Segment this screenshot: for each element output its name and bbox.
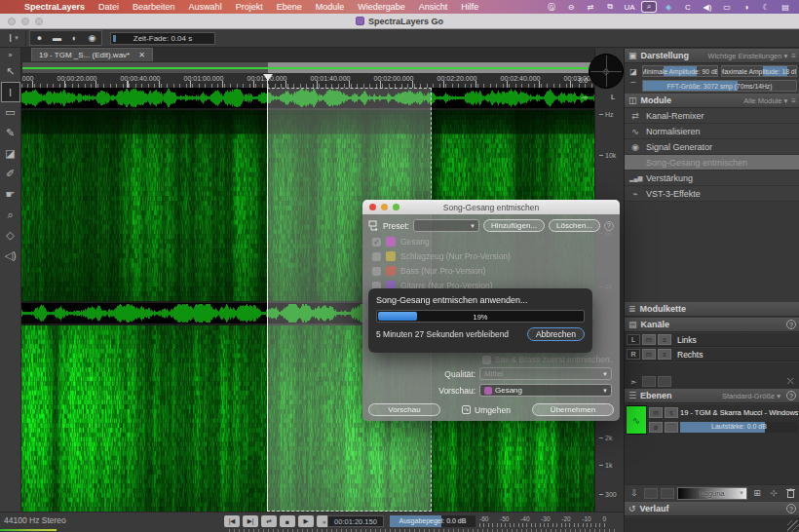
layer-item[interactable]: ∿ m s 19 - TGM & Skarra Mucci - Windows … [626, 405, 798, 435]
module-filter-dropdown[interactable]: Alle Module ▾ [743, 96, 787, 105]
selection-mode-intersect[interactable]: ◉ [84, 32, 100, 44]
max-amplitude-field[interactable]: Maximale Amplitude: 18 dB [721, 65, 797, 77]
rectangle-selection-tool[interactable]: ▭ [1, 102, 20, 123]
module-normalisieren[interactable]: ∿ Normalisieren [625, 124, 799, 139]
module-song-gesang-entmischen[interactable]: Song-Gesang entmischen [625, 155, 799, 171]
g-circle-icon[interactable]: Ⓖ [544, 1, 559, 13]
document-tab[interactable]: 19 - TGM _S... (Edit).wav* ✕ [31, 48, 153, 61]
new-layer-icon[interactable]: ⊹ [767, 487, 780, 500]
hand-tool[interactable]: ☛ [1, 184, 20, 205]
zoom-dialog-button[interactable] [393, 204, 400, 210]
play-button[interactable]: ▶ [298, 515, 314, 527]
display-icon[interactable]: ▭ [719, 1, 735, 13]
go-start-button[interactable]: |◀ [224, 515, 240, 527]
channel-row-right[interactable]: R m s Rechts [625, 348, 799, 361]
display-settings-preset[interactable]: Wichtige Einstellungen ▾ [708, 52, 788, 60]
current-tool-selector[interactable]: I ▼ [3, 31, 26, 46]
menu-projekt[interactable]: Projekt [229, 2, 270, 12]
menu-datei[interactable]: Datei [92, 2, 126, 12]
help-icon[interactable]: ? [786, 391, 796, 400]
help-icon[interactable]: ? [786, 504, 796, 513]
cancel-button[interactable]: Abbrechen [527, 327, 585, 341]
new-group-icon[interactable]: ⊞ [750, 487, 764, 500]
resize-grip[interactable] [787, 520, 799, 532]
3d-navigation-orb[interactable]: ◇ [589, 54, 624, 89]
sax-brass-checkbox[interactable] [482, 356, 491, 364]
panel-header-module[interactable]: ◫ Module Alle Module ▾ ≡ [625, 94, 799, 108]
menu-ansicht[interactable]: Ansicht [412, 2, 455, 12]
stem-checkbox[interactable] [372, 267, 381, 276]
preview-button[interactable]: Vorschau [368, 403, 440, 416]
ua-keyboard-icon[interactable]: UA [622, 1, 637, 13]
menu-auswahl[interactable]: Auswahl [182, 2, 229, 12]
playhead-time-display[interactable]: 00:01:20.150 [327, 515, 384, 527]
cube-3d-tool[interactable]: ◇ [1, 225, 20, 246]
toggle-icon[interactable]: ◑ [739, 1, 754, 13]
layer-mute-master[interactable] [644, 488, 658, 499]
solo-button[interactable]: s [658, 349, 671, 360]
module-verstaerkung[interactable]: ▂▄▆ Verstärkung [625, 171, 799, 186]
mute-button[interactable]: m [642, 334, 656, 345]
menu-wiedergabe[interactable]: Wiedergabe [351, 2, 412, 12]
stem-row-bass[interactable]: Bass (Nur Pro-Version) [372, 266, 485, 276]
colormap-dropdown[interactable]: Laguna ▼ [677, 487, 747, 500]
stem-row-schlagzeug[interactable]: Schlagzeug (Nur Pro-Version) [372, 251, 511, 261]
panel-header-ebenen[interactable]: ☰ Ebenen Standard-Größe ▾ ? [625, 389, 799, 403]
channel-l-button[interactable]: L [627, 334, 640, 345]
module-signal-generator[interactable]: ◉ Signal Generator [625, 139, 799, 155]
loop-button[interactable]: ⇄ [261, 515, 277, 527]
layer-volume-slider[interactable]: Lautstärke: 0.0 dB [680, 422, 798, 433]
panel-header-verlauf[interactable]: ↺ Verlauf ? [625, 502, 799, 516]
flatten-layers-icon[interactable]: ⇩ [628, 487, 641, 500]
tools-overflow-icon[interactable]: » [9, 48, 13, 61]
selection-mode-replace[interactable]: ● [31, 32, 48, 44]
diamond-icon[interactable]: ◈ [661, 1, 676, 13]
c-app-icon[interactable]: C [680, 1, 696, 13]
brush-tool[interactable]: ✐ [1, 164, 20, 184]
channel-r-button[interactable]: R [627, 349, 640, 360]
volume-icon[interactable]: ◀) [700, 1, 715, 13]
selection-mode-add[interactable]: ▬ [49, 32, 65, 44]
panel-menu-icon[interactable]: ≡ [791, 96, 796, 105]
lasso-selection-tool[interactable]: ✎ [1, 123, 20, 143]
panel-header-kanaele[interactable]: ▤ Kanäle ? [625, 318, 799, 332]
module-kanal-remixer[interactable]: ⇄ Kanal-Remixer [625, 108, 799, 124]
menu-bearbeiten[interactable]: Bearbeiten [126, 2, 182, 12]
layer-mute-button[interactable]: m [649, 407, 663, 418]
solo-button[interactable]: s [658, 334, 671, 345]
panel-header-modulkette[interactable]: ≣ Modulkette [625, 302, 799, 317]
add-preset-button[interactable]: Hinzufügen... [483, 219, 545, 232]
minimize-dialog-button[interactable] [381, 204, 388, 210]
user-circle-icon[interactable]: ⊖ [563, 1, 579, 13]
menu-app-name[interactable]: SpectraLayers [18, 2, 92, 12]
panel-header-darstellung[interactable]: ▣ Darstellung Wichtige Einstellungen ▾ ≡ [625, 49, 799, 63]
layer-solo-button[interactable]: s [665, 407, 678, 418]
menu-hilfe[interactable]: Hilfe [454, 2, 485, 12]
fft-size-field[interactable]: FFT-Größe: 3072 smp (70ms/14Hz) [642, 80, 797, 92]
playhead-cursor[interactable] [267, 74, 268, 512]
quality-dropdown[interactable]: Mittel ▼ [479, 367, 612, 380]
stop-button[interactable]: ■ [280, 515, 295, 527]
dialog-titlebar[interactable]: Song-Gesang entmischen [362, 200, 620, 214]
window-icon[interactable]: ⧉ [602, 1, 618, 13]
close-dialog-button[interactable] [369, 204, 376, 210]
delete-preset-button[interactable]: Löschen... [549, 219, 600, 232]
panel-menu-icon[interactable]: ≡ [791, 52, 796, 60]
apply-button[interactable]: Übernehmen [532, 403, 614, 416]
layer-phase-button[interactable]: ø [649, 422, 663, 433]
channel-routing-icon[interactable]: ➣ [627, 375, 640, 388]
stem-checkbox-checked[interactable]: ✓ [372, 238, 381, 247]
eraser-tool[interactable]: ◪ [1, 143, 20, 164]
moon-icon[interactable]: ☾ [758, 1, 774, 13]
bypass-button[interactable]: ↷ Umgehen [462, 405, 511, 415]
output-level-slider[interactable]: Ausgabepegel: 0.0 dB [390, 515, 476, 527]
transform-tool[interactable]: ↖ [1, 61, 20, 82]
layer-solo-master[interactable] [661, 488, 674, 499]
channel-row-left[interactable]: L m s Links [625, 333, 799, 347]
go-end-button[interactable]: ▶| [243, 515, 258, 527]
module-vst3-effekte[interactable]: ⌁ VST-3-Effekte [625, 186, 799, 202]
stem-row-gesang[interactable]: ✓ Gesang [372, 237, 430, 247]
dialog-help-icon[interactable]: ? [604, 221, 614, 231]
overview-navigator[interactable] [21, 61, 594, 74]
menu-module[interactable]: Module [309, 2, 352, 12]
